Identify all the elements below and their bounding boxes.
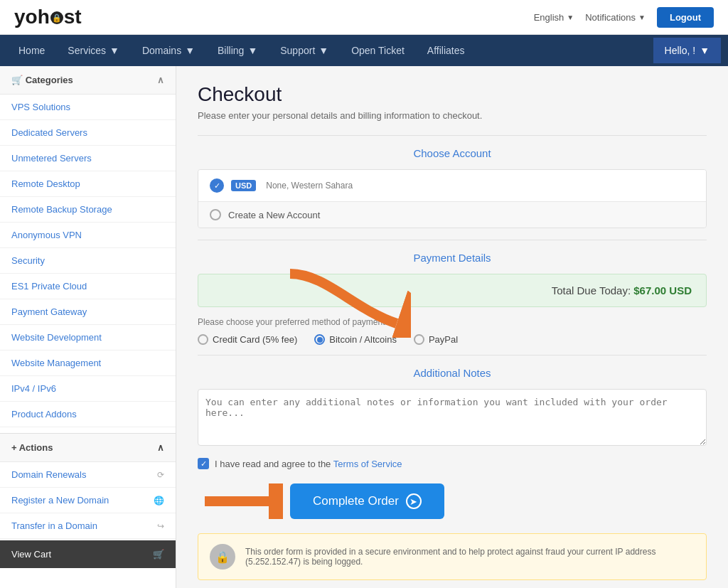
domains-arrow-icon: ▼ — [185, 45, 195, 56]
security-notice: 🔒 This order form is provided in a secur… — [198, 533, 707, 580]
nav-support[interactable]: Support ▼ — [269, 35, 340, 66]
selected-account[interactable]: ✓ USD None, Western Sahara — [198, 170, 706, 201]
cart-icon: 🛒 — [153, 549, 164, 560]
payment-method-text: Please choose your preferred method of p… — [198, 317, 707, 327]
nav-open-ticket[interactable]: Open Ticket — [340, 35, 416, 66]
additional-notes-title: Additional Notes — [198, 367, 707, 379]
payment-credit-card[interactable]: Credit Card (5% fee) — [198, 334, 297, 345]
sidebar-item-unmetered[interactable]: Unmetered Servers — [0, 146, 176, 171]
choose-account-title: Choose Account — [198, 147, 707, 159]
logout-button[interactable]: Logout — [657, 7, 714, 28]
sidebar-item-website-mgmt[interactable]: Website Management — [0, 351, 176, 376]
total-due-amount: $67.00 USD — [633, 284, 692, 296]
sidebar-item-vps[interactable]: VPS Solutions — [0, 95, 176, 120]
view-cart-button[interactable]: View Cart 🛒 — [0, 540, 176, 568]
billing-arrow-icon: ▼ — [247, 45, 257, 56]
services-arrow-icon: ▼ — [109, 45, 119, 56]
hello-arrow-icon: ▼ — [700, 45, 710, 56]
sidebar-item-product-addons[interactable]: Product Addons — [0, 402, 176, 427]
new-account-label: Create a New Account — [228, 210, 320, 220]
actions-header: + Actions ∧ — [0, 433, 176, 462]
sidebar-item-security[interactable]: Security — [0, 248, 176, 274]
support-arrow-icon: ▼ — [318, 45, 328, 56]
usd-badge: USD — [231, 180, 256, 191]
sidebar-item-register-domain[interactable]: Register a New Domain 🌐 — [0, 488, 176, 513]
globe-icon: 🌐 — [154, 496, 164, 506]
divider-1 — [198, 135, 707, 136]
divider-3 — [198, 355, 707, 356]
lock-icon: 🔒 — [210, 544, 235, 570]
main-content: Checkout Please enter your personal deta… — [176, 66, 728, 588]
notifications-dropdown[interactable]: Notifications ▼ — [585, 12, 646, 23]
bitcoin-radio[interactable] — [314, 334, 325, 345]
categories-header: 🛒 Categories ∧ — [0, 66, 176, 95]
categories-collapse-icon[interactable]: ∧ — [157, 75, 164, 85]
actions-collapse-icon[interactable]: ∧ — [157, 442, 164, 453]
nav-bar: Home Services ▼ Domains ▼ Billing ▼ Supp… — [0, 35, 728, 66]
nav-domains[interactable]: Domains ▼ — [131, 35, 206, 66]
refresh-icon: ⟳ — [157, 470, 164, 480]
sidebar-item-remote-backup[interactable]: Remote Backup Storage — [0, 197, 176, 223]
sidebar-item-website-dev[interactable]: Website Development — [0, 325, 176, 351]
page-title: Checkout — [198, 83, 707, 106]
top-bar: yoh🔒st English ▼ Notifications ▼ Logout — [0, 0, 728, 35]
nav-home[interactable]: Home — [7, 35, 56, 66]
payment-details-title: Payment Details — [198, 252, 707, 264]
payment-method-row: Credit Card (5% fee) Bitcoin / Altcoins … — [198, 334, 707, 345]
sidebar-item-dedicated[interactable]: Dedicated Servers — [0, 120, 176, 146]
nav-billing[interactable]: Billing ▼ — [206, 35, 269, 66]
sidebar-item-ipv4[interactable]: IPv4 / IPv6 — [0, 376, 176, 402]
nav-services[interactable]: Services ▼ — [56, 35, 131, 66]
paypal-radio[interactable] — [414, 334, 424, 345]
payment-section: Total Due Today: $67.00 USD Please choos… — [198, 274, 707, 345]
total-due-box: Total Due Today: $67.00 USD — [198, 274, 707, 307]
share-icon: ↪ — [157, 521, 164, 531]
payment-bitcoin[interactable]: Bitcoin / Altcoins — [314, 334, 397, 345]
divider-2 — [198, 240, 707, 240]
sidebar-item-payment-gateway[interactable]: Payment Gateway — [0, 299, 176, 325]
account-check-icon: ✓ — [210, 178, 224, 193]
new-account-radio[interactable] — [210, 209, 221, 220]
page-layout: 🛒 Categories ∧ VPS Solutions Dedicated S… — [0, 66, 728, 588]
language-arrow-icon: ▼ — [567, 14, 574, 21]
terms-checkbox[interactable]: ✓ — [198, 458, 209, 469]
logo-lock-icon: 🔒 — [50, 11, 63, 24]
notifications-arrow-icon: ▼ — [638, 14, 646, 21]
payment-paypal[interactable]: PayPal — [414, 334, 458, 345]
nav-affiliates[interactable]: Affiliates — [416, 35, 476, 66]
orange-arrow-2 — [198, 483, 283, 519]
sidebar: 🛒 Categories ∧ VPS Solutions Dedicated S… — [0, 66, 176, 588]
sidebar-item-domain-renewals[interactable]: Domain Renewals ⟳ — [0, 462, 176, 488]
terms-of-service-link[interactable]: Terms of Service — [333, 459, 402, 469]
sidebar-item-remote-desktop[interactable]: Remote Desktop — [0, 171, 176, 197]
create-new-account-row[interactable]: Create a New Account — [198, 201, 706, 228]
top-right-controls: English ▼ Notifications ▼ Logout — [534, 7, 714, 28]
total-due-label: Total Due Today: — [552, 284, 631, 296]
notes-textarea[interactable] — [198, 389, 707, 446]
hello-menu[interactable]: Hello, ! ▼ — [653, 38, 721, 63]
complete-order-section: Complete Order ➤ — [198, 483, 707, 519]
sidebar-item-anon-vpn[interactable]: Anonymous VPN — [0, 223, 176, 248]
logo: yoh🔒st — [14, 6, 82, 28]
credit-card-radio[interactable] — [198, 334, 208, 345]
terms-text: I have read and agree to the Terms of Se… — [215, 459, 402, 469]
sidebar-item-es1[interactable]: ES1 Private Cloud — [0, 274, 176, 299]
security-notice-text: This order form is provided in a secure … — [245, 547, 695, 567]
terms-row: ✓ I have read and agree to the Terms of … — [198, 458, 707, 469]
complete-order-button[interactable]: Complete Order ➤ — [290, 483, 444, 519]
page-subtitle: Please enter your personal details and b… — [198, 110, 707, 121]
sidebar-item-transfer-domain[interactable]: Transfer in a Domain ↪ — [0, 513, 176, 539]
language-selector[interactable]: English ▼ — [534, 12, 574, 23]
account-selection-box: ✓ USD None, Western Sahara Create a New … — [198, 169, 707, 228]
complete-order-arrow-icon: ➤ — [406, 493, 422, 509]
account-info: None, Western Sahara — [266, 181, 353, 191]
